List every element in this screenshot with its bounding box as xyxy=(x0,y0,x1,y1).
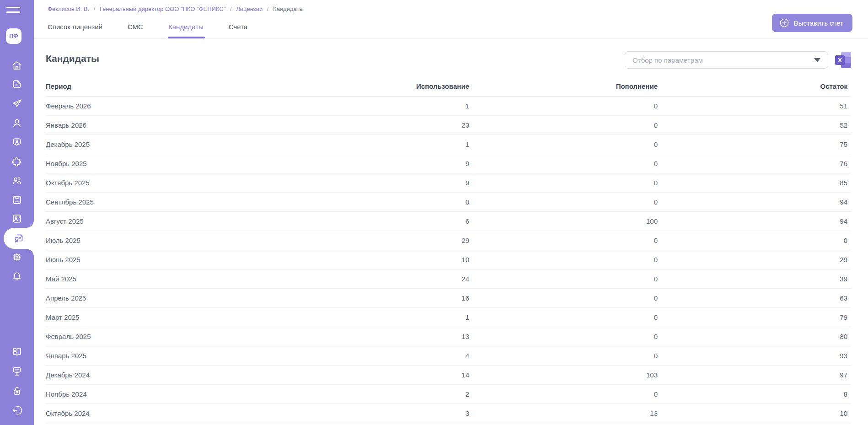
cell-balance: 0 xyxy=(661,231,851,250)
cell-period: Январь 2025 xyxy=(46,346,274,365)
bell-icon xyxy=(11,270,23,282)
sidebar-item-archive[interactable] xyxy=(0,189,34,210)
sidebar-item-notifications[interactable] xyxy=(0,266,34,287)
sidebar-item-home[interactable] xyxy=(0,55,34,76)
bookmark-box-icon xyxy=(11,194,23,206)
logout-icon xyxy=(11,404,23,416)
cell-balance: 51 xyxy=(661,96,851,115)
cell-topup: 0 xyxy=(472,231,661,250)
home-icon xyxy=(11,59,23,71)
person-icon xyxy=(11,117,23,129)
chat-stand-icon xyxy=(11,365,23,377)
breadcrumb-licenses[interactable]: Лицензии xyxy=(236,5,263,12)
sidebar-item-licenses[interactable] xyxy=(4,228,34,249)
cell-usage: 29 xyxy=(274,231,472,250)
page-title: Кандидаты xyxy=(46,53,99,64)
tab-license-list[interactable]: Список лицензий xyxy=(48,20,102,38)
cell-period: Июль 2025 xyxy=(46,231,274,250)
table-row: Ноябрь 2024 2 0 8 xyxy=(46,384,851,403)
cell-period: Июнь 2025 xyxy=(46,250,274,269)
cell-balance: 63 xyxy=(661,288,851,307)
table-row: Декабрь 2024 14 103 97 xyxy=(46,365,851,384)
table-row: Февраль 2025 13 0 80 xyxy=(46,327,851,346)
sidebar-item-security[interactable] xyxy=(0,380,34,401)
cell-topup: 0 xyxy=(472,346,661,365)
menu-toggle-button[interactable] xyxy=(6,7,20,15)
document-icon xyxy=(11,78,23,90)
cell-topup: 0 xyxy=(472,115,661,134)
avatar[interactable]: ПФ xyxy=(6,28,21,44)
cell-period: Август 2025 xyxy=(46,211,274,231)
breadcrumb-user[interactable]: Феклисов И. В. xyxy=(48,5,89,12)
cell-usage: 0 xyxy=(274,192,472,211)
cell-period: Декабрь 2024 xyxy=(46,365,274,384)
column-balance: Остаток xyxy=(661,77,851,96)
tab-candidates[interactable]: Кандидаты xyxy=(168,20,204,38)
cell-balance: 85 xyxy=(661,173,851,192)
cell-topup: 0 xyxy=(472,192,661,211)
table-row: Январь 2025 4 0 93 xyxy=(46,346,851,365)
sidebar-item-documents[interactable] xyxy=(0,74,34,95)
tab-invoices[interactable]: Счета xyxy=(229,20,247,38)
cell-topup: 0 xyxy=(472,288,661,307)
cell-balance: 10 xyxy=(661,403,851,423)
table-row: Ноябрь 2025 9 0 76 xyxy=(46,154,851,173)
cell-usage: 16 xyxy=(274,288,472,307)
add-user-icon xyxy=(11,213,23,225)
gear-icon xyxy=(11,251,23,263)
puzzle-icon xyxy=(11,156,23,168)
cell-balance: 93 xyxy=(661,346,851,365)
sidebar-item-id-badge[interactable] xyxy=(0,132,34,153)
table-row: Август 2025 6 100 94 xyxy=(46,211,851,231)
sidebar-item-person[interactable] xyxy=(0,113,34,134)
cell-balance: 39 xyxy=(661,269,851,288)
excel-x-icon: X xyxy=(835,55,845,65)
plus-circle-icon xyxy=(779,18,789,28)
cell-period: Октябрь 2025 xyxy=(46,173,274,192)
sidebar-item-support-chat[interactable] xyxy=(0,360,34,382)
cell-period: Ноябрь 2024 xyxy=(46,384,274,403)
caret-down-icon xyxy=(814,58,820,62)
cell-topup: 0 xyxy=(472,384,661,403)
sidebar-item-logout[interactable] xyxy=(0,400,34,421)
cell-usage: 10 xyxy=(274,250,472,269)
sidebar-item-settings[interactable] xyxy=(0,247,34,268)
table-row: Июнь 2025 10 0 29 xyxy=(46,250,851,269)
cell-usage: 1 xyxy=(274,96,472,115)
cell-topup: 13 xyxy=(472,403,661,423)
id-badge-icon xyxy=(11,136,23,148)
excel-export-button[interactable]: X xyxy=(834,51,852,69)
cell-topup: 0 xyxy=(472,250,661,269)
cell-usage: 3 xyxy=(274,403,472,423)
table-row: Май 2025 24 0 39 xyxy=(46,269,851,288)
cell-topup: 0 xyxy=(472,173,661,192)
create-invoice-button[interactable]: Выставить счет xyxy=(772,14,852,32)
cell-usage: 2 xyxy=(274,384,472,403)
filter-placeholder: Отбор по параметрам xyxy=(632,56,814,64)
breadcrumb-company[interactable]: Генеральный директор ООО "ПКО "ФЕНИКС" xyxy=(100,5,225,12)
cell-topup: 100 xyxy=(472,211,661,231)
tab-sms[interactable]: СМС xyxy=(128,20,143,38)
sidebar-item-clients[interactable] xyxy=(0,170,34,191)
cell-usage: 1 xyxy=(274,134,472,154)
cell-topup: 0 xyxy=(472,269,661,288)
cell-topup: 0 xyxy=(472,96,661,115)
cell-usage: 23 xyxy=(274,115,472,134)
breadcrumb-separator: / xyxy=(230,5,232,12)
column-topup: Пополнение xyxy=(472,77,661,96)
tab-bar: Список лицензий СМС Кандидаты Счета xyxy=(48,20,247,38)
filter-dropdown[interactable]: Отбор по параметрам xyxy=(625,51,828,69)
cell-balance: 29 xyxy=(661,250,851,269)
cell-topup: 0 xyxy=(472,327,661,346)
cell-usage: 14 xyxy=(274,365,472,384)
table-row: Октябрь 2025 9 0 85 xyxy=(46,173,851,192)
table-row: Июль 2025 29 0 0 xyxy=(46,231,851,250)
table-row: Март 2025 1 0 79 xyxy=(46,307,851,327)
sidebar-item-send[interactable] xyxy=(0,93,34,114)
sidebar-item-guide[interactable] xyxy=(0,341,34,362)
create-invoice-label: Выставить счет xyxy=(794,19,843,27)
cell-period: Декабрь 2025 xyxy=(46,134,274,154)
cell-usage: 1 xyxy=(274,307,472,327)
cell-usage: 6 xyxy=(274,211,472,231)
sidebar-item-integrations[interactable] xyxy=(0,151,34,172)
